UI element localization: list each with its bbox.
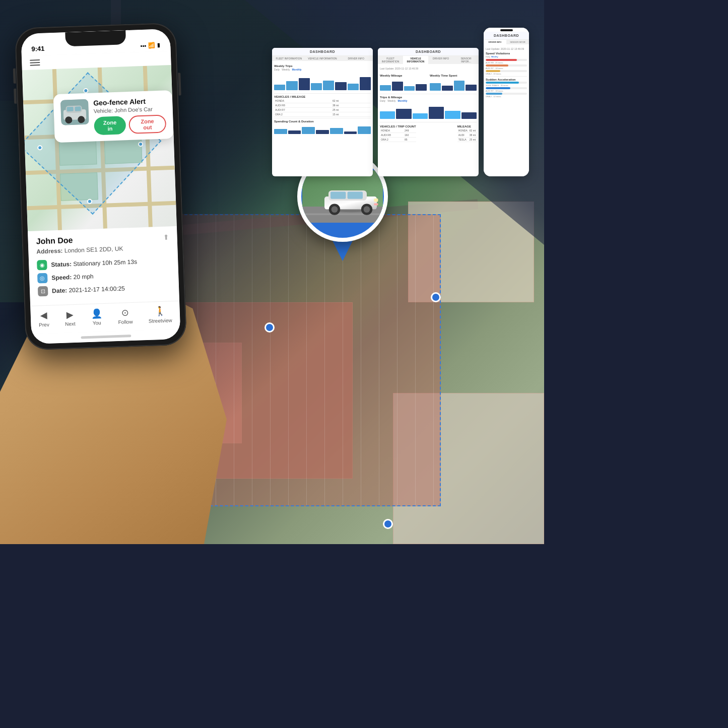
dash-tab-driver[interactable]: DRIVER INFO: [339, 56, 373, 61]
dash2-last-update: Last Update: 2020-11-12 13:46:39: [380, 66, 477, 71]
nav-prev[interactable]: ◀ Prev: [38, 310, 49, 328]
vehicle-name-audi7: AUDI R7: [274, 108, 332, 112]
trip-count-table: HONDA248 AUDI R8192 ORA 285: [380, 128, 416, 142]
bar2-7: [358, 126, 371, 134]
dashboard-header-1: DASHBOARD: [272, 48, 373, 56]
dash-tab-vehicle[interactable]: VEHICLE INFORMATION: [306, 56, 340, 61]
zone-in-button[interactable]: Zone in: [94, 116, 126, 135]
wm-bar-1: [380, 85, 391, 91]
date-row: ⊡ Date: 2021-12-17 14:00:25: [38, 282, 171, 296]
trips-mileage-title: Trips & Mileage: [380, 96, 477, 99]
tc-vehicle-honda: HONDA: [380, 128, 404, 133]
sudden-accel-title: Sudden Acceleration: [486, 78, 527, 81]
phone-screen: 9:41 ▪▪▪ 📶 ▮: [21, 29, 180, 344]
status-label: Status:: [51, 260, 72, 268]
tm-bar-6: [461, 112, 477, 119]
tc-vehicle-ora: ORA 2: [380, 138, 404, 142]
status-icons: ▪▪▪ 📶 ▮: [140, 42, 160, 49]
ml-miles-tesla: 25 mi: [469, 138, 477, 142]
tm-bar-5: [445, 111, 460, 119]
wt-bar-2: [442, 86, 453, 91]
ml-vehicle-tesla: TESLA: [457, 138, 469, 142]
hamburger-menu[interactable]: [30, 59, 40, 66]
speed-fill-1: [486, 59, 517, 61]
wifi-icon: 📶: [148, 42, 155, 48]
phone-notch: [65, 30, 126, 46]
mileage-right: MILEAGE HONDA62 mi AUDI38 mi TESLA25 mi: [457, 123, 477, 142]
battery-icon: ▮: [157, 42, 160, 48]
dash-fleet-section: VEHICLES / MILEAGE: [274, 95, 371, 98]
speed-filter: Daily Weekly: [486, 55, 527, 58]
phone-tab-sensor[interactable]: SENSOR INFOR: [506, 40, 529, 44]
status-time: 9:41: [31, 45, 45, 53]
dash-tab2-fleet[interactable]: FLEET INFORMATION: [378, 56, 403, 64]
status-icon: ◉: [37, 260, 47, 271]
follow-icon: ⊙: [121, 307, 129, 318]
speed-fill-3: [486, 70, 500, 72]
tm-bar-4: [429, 107, 444, 119]
dashboard-header-2: DASHBOARD: [378, 48, 479, 56]
dash2-divider: [380, 94, 477, 94]
svg-rect-12: [374, 198, 378, 202]
dash-spending-section: Spending Count & Duration: [274, 120, 371, 123]
dash-tab2-vehicle[interactable]: VEHICLE INFORMATION: [403, 56, 428, 64]
wm-bar-3: [404, 86, 415, 91]
geofence-dot-3: [431, 292, 441, 302]
svg-point-11: [364, 206, 370, 213]
phone-speed-section: Speed Violations: [486, 52, 527, 55]
speed-fill-2: [486, 64, 508, 67]
dashboard-bar-chart-2: [274, 123, 371, 136]
speed-label-1: AUDI R8 - 25 times: [486, 61, 527, 64]
tc-count-ora: 85: [404, 138, 416, 142]
share-icon[interactable]: ⬆: [163, 233, 169, 241]
volume-button-down: [14, 89, 17, 104]
dash-tab-fleet[interactable]: FLEET INFORMATION: [272, 56, 306, 61]
phone-map[interactable]: Geo-fence Alert Vehicle: John Doe's Car …: [22, 65, 177, 231]
status-time-value: 10h 25m 13s: [102, 258, 137, 267]
weekly-time-section: Weekly Time Spent: [430, 73, 477, 93]
wt-bar-4: [466, 85, 477, 91]
vehicle-name-honda: HONDA: [274, 99, 332, 103]
wm-bar-2: [392, 82, 403, 91]
accel-fill-2: [486, 87, 510, 89]
wm-bar-4: [416, 84, 427, 91]
speed-row: ◎ Speed: 20 mph: [37, 269, 171, 283]
bar-6: [335, 82, 346, 90]
tc-count-honda: 248: [404, 128, 416, 133]
phone-dash-header: DASHBOARD: [484, 32, 529, 40]
speed-bar-3: [486, 70, 527, 72]
dash-tab2-sensor[interactable]: SENSOR INFOR...: [453, 56, 479, 64]
wt-bar-3: [454, 81, 465, 91]
nav-follow[interactable]: ⊙ Follow: [118, 307, 133, 325]
weekly-mileage-section: Weekly Mileage: [380, 73, 427, 93]
dash-tab2-driver[interactable]: DRIVER INFO: [428, 56, 453, 64]
speed-bar-1: [486, 59, 527, 61]
dashboard-card-1: DASHBOARD FLEET INFORMATION VEHICLE INFO…: [272, 48, 373, 176]
dash-divider-1: [274, 93, 371, 94]
accel-label-3: ORA 2 - 12 times: [486, 95, 527, 98]
home-indicator: [81, 335, 131, 339]
phone-tab-driver[interactable]: DRIVER INFO: [484, 40, 506, 44]
you-icon: 👤: [91, 308, 102, 319]
bar2-3: [302, 127, 315, 134]
date-value: 2021-12-17 14:00:25: [69, 285, 125, 294]
alert-car-svg: [60, 99, 89, 125]
zone-out-button[interactable]: Zone out: [128, 114, 166, 134]
weekly-time-chart: [430, 78, 477, 93]
bar2-5: [330, 128, 343, 134]
bar-7: [348, 84, 359, 90]
status-text: Status: Stationary 10h 25m 13s: [51, 258, 137, 269]
nav-streetview[interactable]: 🚶 Streetview: [148, 305, 172, 324]
speed-icon: ◎: [37, 273, 48, 284]
streetview-icon: 🚶: [154, 306, 166, 317]
trips-filter: Daily Weekly Monthly: [380, 99, 477, 102]
driver-name: John Doe: [36, 236, 73, 246]
weekly-mileage-chart: [380, 78, 427, 93]
speed-text: Speed: 20 mph: [51, 273, 94, 282]
phone-dash-content: Last Update: 2020-11-12 13:46:39 Speed V…: [484, 44, 529, 100]
speed-label: Speed:: [51, 274, 72, 281]
dashboard-title-2: DASHBOARD: [416, 50, 441, 53]
nav-you[interactable]: 👤 You: [91, 308, 102, 326]
nav-next[interactable]: ▶ Next: [64, 309, 76, 327]
ml-vehicle-honda: HONDA: [457, 128, 469, 133]
